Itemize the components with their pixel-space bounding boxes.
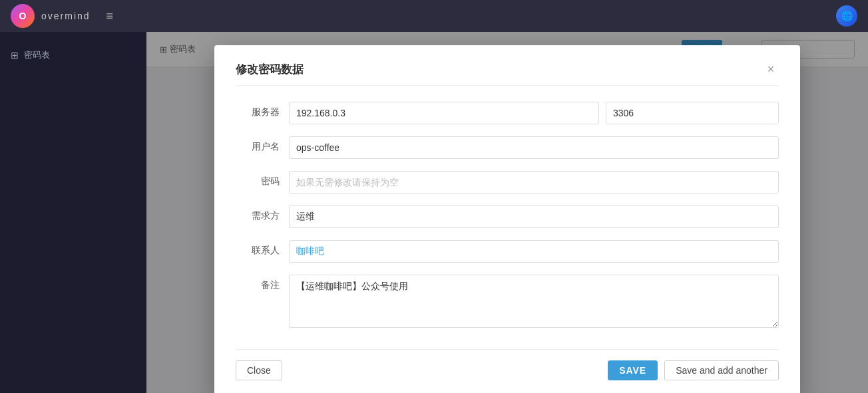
contact-label: 联系人 — [236, 240, 289, 257]
username-input[interactable] — [289, 136, 779, 159]
requester-field — [289, 205, 779, 228]
form-row-remark: 备注 【运维咖啡吧】公众号使用 — [236, 275, 779, 330]
server-port-field — [606, 102, 779, 124]
username-label: 用户名 — [236, 136, 289, 153]
user-globe-icon[interactable]: 🌐 — [836, 5, 857, 27]
content-area: ⊞ 密码表 + 添加 search: 修改密码数据 × — [146, 32, 868, 393]
form-row-password: 密码 — [236, 171, 779, 194]
modal-body: 服务器 用户名 — [236, 102, 779, 330]
remark-field: 【运维咖啡吧】公众号使用 — [289, 275, 779, 330]
app-name: overmind — [41, 11, 91, 21]
remark-input[interactable]: 【运维咖啡吧】公众号使用 — [289, 275, 779, 328]
password-label: 密码 — [236, 171, 289, 188]
modal-header: 修改密码数据 × — [236, 61, 779, 86]
server-ip-field — [289, 102, 599, 124]
contact-field — [289, 240, 779, 263]
modal-dialog: 修改密码数据 × 服务器 — [214, 45, 800, 393]
form-row-contact: 联系人 — [236, 240, 779, 263]
app-logo[interactable]: O — [11, 4, 35, 28]
close-button[interactable]: Close — [236, 360, 282, 380]
server-ip-input[interactable] — [289, 102, 599, 124]
password-field — [289, 171, 779, 194]
server-label: 服务器 — [236, 102, 289, 118]
form-row-server: 服务器 — [236, 102, 779, 124]
modal-close-button[interactable]: × — [763, 61, 779, 77]
form-row-requester: 需求方 — [236, 205, 779, 228]
sidebar-item-label: 密码表 — [24, 49, 50, 61]
menu-icon[interactable]: ≡ — [107, 9, 114, 23]
sidebar-item-mima[interactable]: ⊞ 密码表 — [0, 43, 146, 68]
footer-right: SAVE Save and add another — [608, 360, 779, 380]
topbar: O overmind ≡ 🌐 — [0, 0, 868, 32]
save-and-add-button[interactable]: Save and add another — [664, 360, 779, 380]
password-input[interactable] — [289, 171, 779, 194]
server-port-input[interactable] — [606, 102, 779, 124]
save-button[interactable]: SAVE — [608, 360, 658, 380]
form-row-username: 用户名 — [236, 136, 779, 159]
requester-label: 需求方 — [236, 205, 289, 222]
requester-input[interactable] — [289, 205, 779, 228]
remark-label: 备注 — [236, 275, 289, 291]
modal-backdrop: 修改密码数据 × 服务器 — [146, 32, 868, 393]
contact-input[interactable] — [289, 240, 779, 263]
modal-footer: Close SAVE Save and add another — [236, 349, 779, 380]
modal-title: 修改密码数据 — [236, 62, 304, 77]
table-icon: ⊞ — [11, 50, 19, 61]
server-inputs — [289, 102, 779, 124]
username-field — [289, 136, 779, 159]
main-layout: ⊞ 密码表 ⊞ 密码表 + 添加 search: — [0, 32, 868, 393]
sidebar: ⊞ 密码表 — [0, 32, 146, 393]
